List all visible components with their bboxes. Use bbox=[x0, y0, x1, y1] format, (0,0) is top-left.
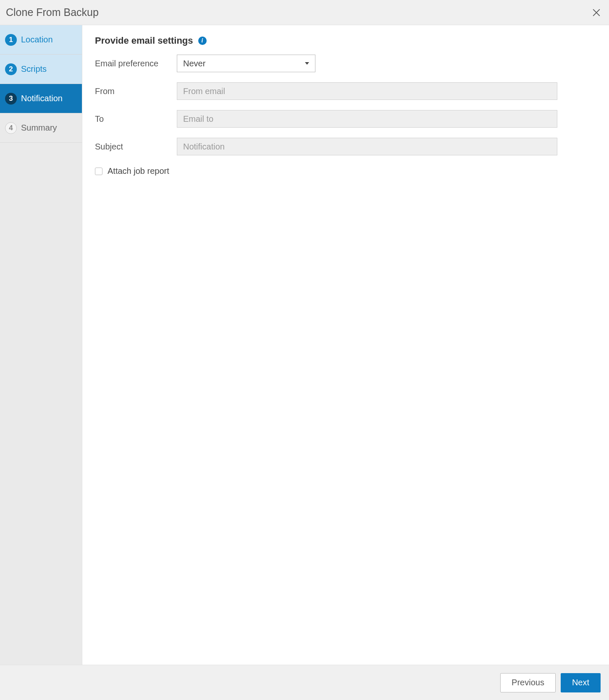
email-preference-select[interactable]: Never bbox=[177, 55, 315, 72]
to-email-input[interactable] bbox=[177, 110, 557, 128]
row-subject: Subject bbox=[95, 138, 596, 155]
row-email-preference: Email preference Never bbox=[95, 55, 596, 72]
dialog-title: Clone From Backup bbox=[6, 6, 99, 18]
row-attach-job-report: Attach job report bbox=[95, 166, 596, 176]
label-to: To bbox=[95, 114, 177, 124]
email-preference-select-wrap: Never bbox=[177, 55, 315, 72]
next-button[interactable]: Next bbox=[561, 673, 601, 692]
section-title: Provide email settings bbox=[95, 35, 193, 46]
subject-input[interactable] bbox=[177, 138, 557, 155]
clone-from-backup-dialog: Clone From Backup 1 Location 2 Scripts 3… bbox=[0, 0, 609, 700]
close-icon bbox=[592, 8, 601, 17]
chevron-down-icon bbox=[305, 62, 309, 65]
step-label: Scripts bbox=[21, 64, 47, 74]
step-number: 1 bbox=[5, 34, 17, 46]
dialog-body: 1 Location 2 Scripts 3 Notification 4 Su… bbox=[0, 25, 609, 665]
wizard-steps-sidebar: 1 Location 2 Scripts 3 Notification 4 Su… bbox=[0, 25, 82, 665]
close-button[interactable] bbox=[590, 6, 603, 19]
row-to: To bbox=[95, 110, 596, 128]
from-email-input[interactable] bbox=[177, 82, 557, 100]
label-from: From bbox=[95, 87, 177, 96]
label-subject: Subject bbox=[95, 142, 177, 152]
step-number: 3 bbox=[5, 93, 17, 105]
attach-job-report-checkbox[interactable] bbox=[95, 168, 102, 175]
attach-job-report-label: Attach job report bbox=[108, 166, 169, 176]
step-notification[interactable]: 3 Notification bbox=[0, 84, 82, 113]
titlebar: Clone From Backup bbox=[0, 0, 609, 25]
label-email-preference: Email preference bbox=[95, 59, 177, 68]
step-summary[interactable]: 4 Summary bbox=[0, 113, 82, 143]
info-icon[interactable]: i bbox=[198, 37, 207, 45]
step-number: 4 bbox=[5, 122, 17, 134]
row-from: From bbox=[95, 82, 596, 100]
step-location[interactable]: 1 Location bbox=[0, 25, 82, 55]
dialog-footer: Previous Next bbox=[0, 665, 609, 700]
step-scripts[interactable]: 2 Scripts bbox=[0, 55, 82, 84]
step-label: Location bbox=[21, 35, 53, 45]
previous-button[interactable]: Previous bbox=[500, 673, 556, 692]
email-preference-value: Never bbox=[183, 59, 205, 68]
step-label: Summary bbox=[21, 123, 57, 133]
step-number: 2 bbox=[5, 63, 17, 75]
content-panel: Provide email settings i Email preferenc… bbox=[82, 25, 609, 665]
step-label: Notification bbox=[21, 94, 63, 103]
section-header: Provide email settings i bbox=[95, 35, 596, 46]
